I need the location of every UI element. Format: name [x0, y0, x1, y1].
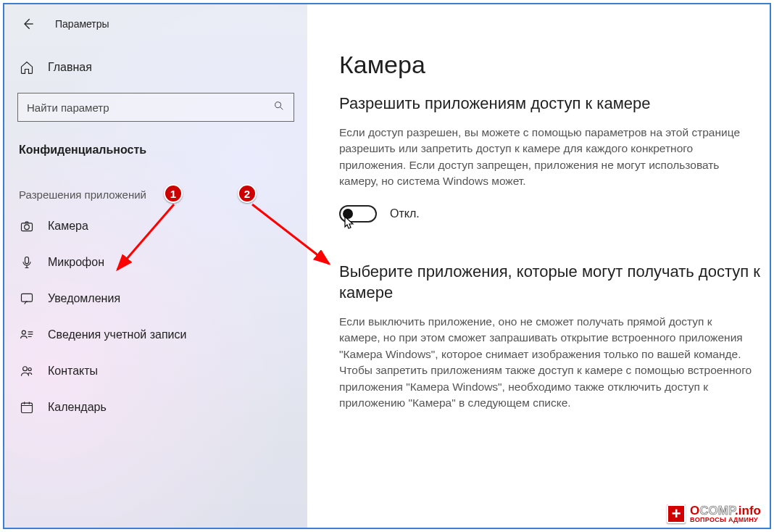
toggle-knob: [343, 209, 353, 219]
arrow-left-icon: [21, 17, 36, 31]
sidebar-item-label: Календарь: [48, 401, 107, 414]
svg-point-6: [23, 367, 28, 371]
settings-window: Параметры Главная Конфиденциальность Раз…: [3, 3, 771, 529]
search-input[interactable]: [27, 101, 273, 114]
svg-point-2: [25, 225, 30, 230]
section2-heading: Выберите приложения, которые могут получ…: [339, 262, 770, 303]
sidebar-item-camera[interactable]: Камера: [4, 208, 307, 244]
svg-point-5: [22, 331, 25, 334]
titlebar: Параметры: [4, 14, 307, 46]
category-title: Конфиденциальность: [4, 136, 307, 173]
sidebar-item-label: Микрофон: [48, 256, 104, 269]
sidebar-item-account-info[interactable]: Сведения учетной записи: [4, 317, 307, 353]
section1-body: Если доступ разрешен, вы можете с помощь…: [339, 125, 770, 190]
watermark-site: OCOMP.info: [690, 504, 761, 517]
nav-home-label: Главная: [48, 61, 92, 74]
camera-icon: [19, 218, 35, 234]
section2-body: Если выключить приложение, оно не сможет…: [339, 314, 770, 412]
svg-rect-8: [22, 403, 33, 412]
page-title: Камера: [339, 51, 770, 79]
watermark-plus-icon: +: [667, 504, 686, 523]
sidebar-item-calendar[interactable]: Календарь: [4, 389, 307, 425]
svg-point-7: [28, 368, 31, 371]
sidebar-item-label: Сведения учетной записи: [48, 328, 186, 341]
sidebar-item-microphone[interactable]: Микрофон: [4, 244, 307, 280]
watermark-sub: ВОПРОСЫ АДМИНУ: [690, 517, 761, 523]
sidebar-item-label: Уведомления: [48, 292, 120, 305]
svg-rect-4: [22, 294, 33, 302]
sidebar-item-label: Контакты: [48, 365, 98, 378]
home-icon: [19, 59, 35, 75]
microphone-icon: [19, 254, 35, 270]
nav-home[interactable]: Главная: [4, 46, 307, 88]
search-box[interactable]: [17, 93, 294, 122]
camera-access-toggle-row: Откл.: [339, 205, 770, 223]
back-button[interactable]: [19, 14, 38, 33]
section1-heading: Разрешить приложениям доступ к камере: [339, 93, 770, 115]
notifications-icon: [19, 291, 35, 307]
calendar-icon: [19, 399, 35, 415]
camera-access-toggle[interactable]: [339, 205, 377, 223]
toggle-label: Откл.: [390, 207, 420, 220]
sidebar-item-notifications[interactable]: Уведомления: [4, 280, 307, 317]
account-info-icon: [19, 327, 35, 343]
sidebar-item-label: Камера: [48, 220, 88, 233]
watermark: + OCOMP.info ВОПРОСЫ АДМИНУ: [661, 502, 767, 526]
contacts-icon: [19, 363, 35, 379]
search-icon: [273, 100, 285, 115]
group-title: Разрешения приложений: [4, 173, 307, 208]
window-title: Параметры: [55, 18, 109, 30]
svg-rect-3: [25, 257, 29, 264]
sidebar: Параметры Главная Конфиденциальность Раз…: [4, 4, 307, 528]
svg-point-0: [275, 102, 281, 108]
content: Камера Разрешить приложениям доступ к ка…: [307, 4, 770, 528]
sidebar-item-contacts[interactable]: Контакты: [4, 353, 307, 389]
